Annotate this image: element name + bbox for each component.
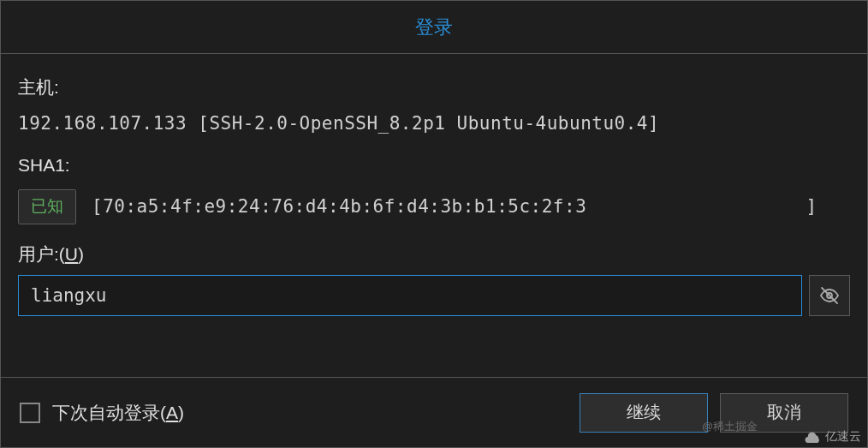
user-label-key: U — [65, 244, 78, 264]
sha1-fingerprint-start: [70:a5:4f:e9:24:76:d4:4b:6f:d4:3b:b1:5c:… — [92, 196, 586, 217]
auto-login-key: A — [166, 403, 178, 422]
user-label-suffix: ) — [78, 244, 84, 264]
host-label: 主机: — [18, 75, 850, 99]
user-label: 用户:(U) — [18, 242, 850, 266]
auto-login-suffix: ) — [178, 403, 184, 422]
host-info: 192.168.107.133 [SSH-2.0-OpenSSH_8.2p1 U… — [18, 111, 850, 136]
dialog-footer: 下次自动登录(A) 继续 取消 — [1, 377, 867, 447]
user-label-prefix: 用户:( — [18, 244, 65, 264]
sha1-row: 已知 [70:a5:4f:e9:24:76:d4:4b:6f:d4:3b:b1:… — [18, 189, 850, 224]
eye-off-icon — [819, 285, 840, 306]
continue-button[interactable]: 继续 — [580, 393, 708, 433]
title-bar: 登录 — [1, 1, 867, 54]
auto-login-checkbox-wrap[interactable]: 下次自动登录(A) — [20, 401, 184, 425]
sha1-fingerprint-end: ] — [806, 196, 817, 217]
sha1-fingerprint: [70:a5:4f:e9:24:76:d4:4b:6f:d4:3b:b1:5c:… — [92, 194, 850, 219]
sha1-label: SHA1: — [18, 152, 850, 177]
visibility-toggle[interactable] — [809, 275, 850, 316]
cancel-button[interactable]: 取消 — [720, 393, 848, 433]
dialog-title: 登录 — [415, 15, 453, 40]
auto-login-checkbox[interactable] — [20, 403, 40, 423]
auto-login-label: 下次自动登录(A) — [52, 401, 184, 425]
known-badge: 已知 — [18, 189, 76, 224]
user-input[interactable] — [18, 275, 802, 316]
auto-login-prefix: 下次自动登录( — [52, 403, 166, 422]
user-input-row — [18, 275, 850, 316]
dialog-content: 主机: 192.168.107.133 [SSH-2.0-OpenSSH_8.2… — [1, 54, 867, 377]
login-dialog: 登录 主机: 192.168.107.133 [SSH-2.0-OpenSSH_… — [0, 0, 868, 448]
